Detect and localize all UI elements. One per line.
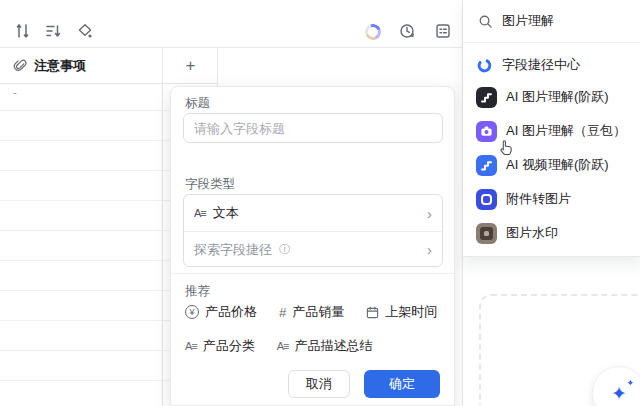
sort-icon[interactable] [44,22,62,40]
field-type-value: 文本 [213,204,239,222]
ai-image-step-icon [476,87,497,108]
field-type-box: A≡ 文本 › 探索字段捷径 ⓘ › [183,194,443,267]
calendar-icon [366,306,379,319]
grid-row[interactable] [0,170,170,171]
search-query: 图片理解 [502,12,554,30]
shortcut-swirl-icon [476,57,493,74]
panel-divider [171,273,454,274]
shortcut-item-image-watermark[interactable]: 图片水印 [463,216,640,250]
format-paint-icon[interactable] [76,22,94,40]
ai-sparkle-icon: ✦✦ [611,384,627,403]
shortcut-item-label: AI 图片理解（豆包） [506,122,626,140]
shortcut-item-ai-image-doubao[interactable]: AI 图片理解（豆包） [463,114,640,148]
shortcut-center-link[interactable]: 字段捷径中心 [463,43,640,80]
search-icon [478,14,493,29]
ai-image-doubao-icon [476,121,497,142]
filter-sliders-icon[interactable] [14,22,32,40]
recommend-row-1: ¥ 产品价格 # 产品销量 上架时间 [185,303,437,321]
currency-icon: ¥ [185,305,199,319]
explore-shortcut-row[interactable]: 探索字段捷径 ⓘ › [184,231,442,267]
text-field-icon: A≡ [194,207,206,219]
app-screen: 注意事项 + - 标题 字段类型 A≡ 文本 › 探索字段捷径 ⓘ › 推荐 [0,0,640,406]
recommend-label-text: 产品价格 [205,303,257,321]
image-watermark-icon [476,223,497,244]
info-icon: ⓘ [279,242,291,257]
shortcut-item-label: 图片水印 [506,224,558,242]
recommend-label-text: 产品分类 [203,337,255,355]
ai-video-step-icon [476,155,497,176]
history-icon[interactable] [398,22,416,40]
shortcut-item-label: 附件转图片 [506,190,571,208]
text-icon: A≡ [277,340,289,352]
grid-row[interactable] [0,260,170,261]
grid-row[interactable] [0,380,170,381]
column-title: 注意事项 [34,57,86,75]
recommend-product-category[interactable]: A≡ 产品分类 [185,337,255,355]
shortcut-search-row[interactable]: 图片理解 [463,0,640,43]
grid-row[interactable] [0,110,170,111]
field-type-select[interactable]: A≡ 文本 › [184,195,442,231]
title-label: 标题 [185,95,210,112]
shortcut-item-label: AI 图片理解(阶跃) [506,88,609,106]
paperclip-icon [12,58,27,73]
shortcut-item-label: AI 视频理解(阶跃) [506,156,609,174]
recommend-product-summary[interactable]: A≡ 产品描述总结 [277,337,373,355]
right-sidebar: 图片理解 字段捷径中心 AI 图片理解(阶跃) [462,0,640,406]
shortcut-search-panel: 图片理解 字段捷径中心 AI 图片理解(阶跃) [463,0,640,257]
shortcut-item-ai-image-step[interactable]: AI 图片理解(阶跃) [463,80,640,114]
recommend-product-price[interactable]: ¥ 产品价格 [185,303,257,321]
toolbar [0,0,462,48]
shortcut-center-label: 字段捷径中心 [502,56,580,74]
first-cell-mark: - [13,86,17,98]
chevron-right-icon: › [427,206,432,221]
grid-row[interactable] [0,140,170,141]
field-editor-panel: 标题 字段类型 A≡ 文本 › 探索字段捷径 ⓘ › 推荐 ¥ 产品价格 # [170,86,455,406]
mouse-cursor [497,138,516,157]
shortcut-item-attachment-to-image[interactable]: 附件转图片 [463,182,640,216]
add-column-button[interactable]: + [163,48,218,84]
recommend-product-sales[interactable]: # 产品销量 [279,303,344,321]
recommend-row-2: A≡ 产品分类 A≡ 产品描述总结 [185,337,373,355]
cancel-button[interactable]: 取消 [288,370,350,398]
field-title-input[interactable] [183,113,443,143]
shortcut-item-ai-video-step[interactable]: AI 视频理解(阶跃) [463,148,640,182]
recommend-label: 推荐 [185,283,210,300]
explore-shortcut-label: 探索字段捷径 [194,241,272,259]
recommend-label-text: 产品销量 [292,303,344,321]
confirm-button[interactable]: 确定 [364,370,440,398]
chevron-right-icon: › [427,242,432,257]
dialog-buttons: 取消 确定 [288,370,440,398]
grid-row[interactable] [0,230,170,231]
add-column-divider [217,48,218,86]
column-header-notes[interactable]: 注意事项 [0,48,163,84]
number-icon: # [279,305,286,320]
column-divider [162,48,163,406]
grid-row[interactable] [0,290,170,291]
field-type-label: 字段类型 [185,176,235,193]
text-icon: A≡ [185,340,197,352]
grid-row[interactable] [0,350,170,351]
recommend-label-text: 产品描述总结 [295,337,373,355]
loading-spinner [362,21,383,42]
attachment-to-image-icon [476,189,497,210]
recommend-launch-time[interactable]: 上架时间 [366,303,437,321]
form-icon[interactable] [434,22,452,40]
recommend-label-text: 上架时间 [385,303,437,321]
grid-row[interactable] [0,320,170,321]
grid-row[interactable] [0,200,170,201]
